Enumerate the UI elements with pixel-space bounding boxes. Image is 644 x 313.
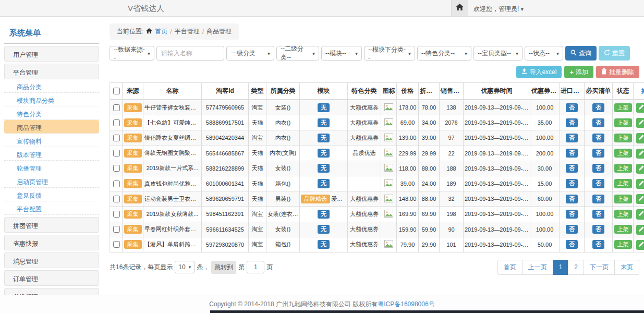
breadcrumb-home-link[interactable]: 首页 xyxy=(155,27,167,36)
must-buy-toggle[interactable]: 否 xyxy=(592,225,604,234)
name-search-input[interactable] xyxy=(156,46,224,61)
status-button[interactable]: 上架 xyxy=(614,149,632,158)
edit-button[interactable] xyxy=(636,240,644,250)
row-checkbox[interactable] xyxy=(113,241,120,248)
reset-button[interactable]: 重置 xyxy=(599,46,630,61)
row-checkbox[interactable] xyxy=(113,135,120,141)
module-none-button[interactable]: 无 xyxy=(318,134,330,142)
status-button[interactable]: 上架 xyxy=(614,103,632,112)
import-select-toggle[interactable]: 否 xyxy=(566,240,578,249)
edit-button[interactable] xyxy=(636,179,644,189)
pager-button[interactable]: 首页 xyxy=(497,260,523,275)
edit-button[interactable] xyxy=(636,103,644,113)
filter-select[interactable]: --模块--▾ xyxy=(321,46,362,61)
must-buy-toggle[interactable]: 否 xyxy=(592,164,604,173)
must-buy-toggle[interactable]: 否 xyxy=(592,134,604,142)
batch-delete-button[interactable]: 批量删除 xyxy=(596,66,639,78)
sidebar-item[interactable]: 意见反馈 xyxy=(4,188,99,201)
status-button[interactable]: 上架 xyxy=(614,210,632,219)
filter-select[interactable]: --数据来源--▾ xyxy=(110,46,154,61)
filter-select[interactable]: 一级分类▾ xyxy=(226,46,274,61)
must-buy-toggle[interactable]: 否 xyxy=(592,195,604,203)
import-select-toggle[interactable]: 否 xyxy=(566,103,578,112)
import-excel-button[interactable]: 导入excel xyxy=(516,66,562,78)
query-button[interactable]: 查询 xyxy=(565,46,597,61)
add-button[interactable]: + 添加 xyxy=(564,66,593,78)
status-button[interactable]: 上架 xyxy=(614,164,632,173)
sidebar-item[interactable]: 消息管理 xyxy=(4,252,99,268)
module-none-button[interactable]: 无 xyxy=(318,225,330,234)
sidebar-item[interactable]: 宣传物料 xyxy=(4,134,99,147)
pager-button[interactable]: 下一页 xyxy=(584,260,615,275)
filter-select[interactable]: --状态--▾ xyxy=(525,46,563,61)
row-checkbox[interactable] xyxy=(113,104,120,111)
user-menu[interactable]: 欢迎您，管理员! ▾ xyxy=(473,5,524,14)
status-button[interactable]: 上架 xyxy=(614,179,632,188)
sidebar-item[interactable]: 拼团管理 xyxy=(4,217,99,233)
import-select-toggle[interactable]: 否 xyxy=(566,134,578,142)
filter-select[interactable]: --模块下分类--▾ xyxy=(364,46,415,61)
must-buy-toggle[interactable]: 否 xyxy=(592,179,604,188)
pager-button[interactable]: 1 xyxy=(553,260,569,275)
sidebar-item[interactable]: 启动页管理 xyxy=(4,174,99,188)
import-select-toggle[interactable]: 否 xyxy=(566,149,578,158)
row-checkbox[interactable] xyxy=(113,226,120,233)
status-button[interactable]: 上架 xyxy=(614,195,632,203)
import-select-toggle[interactable]: 否 xyxy=(566,118,578,127)
edit-button[interactable] xyxy=(636,164,644,174)
module-none-button[interactable]: 无 xyxy=(318,179,330,188)
status-button[interactable]: 上架 xyxy=(614,134,632,142)
sidebar-item[interactable]: 商品管理 xyxy=(4,120,99,134)
module-none-button[interactable]: 无 xyxy=(318,164,330,173)
page-size-select[interactable]: 10 ▾ xyxy=(175,261,195,273)
sidebar-item[interactable]: 用户管理 xyxy=(4,46,99,62)
sidebar-item[interactable]: 商品分类 xyxy=(4,79,99,93)
sidebar-item[interactable]: 省惠快报 xyxy=(4,235,99,250)
sidebar-item[interactable]: 轮播管理 xyxy=(4,161,99,174)
sidebar-item[interactable]: 兑换管理 xyxy=(4,288,99,295)
icp-link[interactable]: 粤ICP备16098006号 xyxy=(378,300,434,309)
sidebar-item[interactable]: 版本管理 xyxy=(4,147,99,161)
pager-button[interactable]: 末页 xyxy=(614,260,639,275)
sidebar-item[interactable]: 订单管理 xyxy=(4,270,99,286)
edit-button[interactable] xyxy=(636,209,644,219)
sidebar-item[interactable]: 平台管理 xyxy=(4,64,99,79)
import-select-toggle[interactable]: 否 xyxy=(566,179,578,188)
import-select-toggle[interactable]: 否 xyxy=(566,225,578,234)
pager-button[interactable]: 2 xyxy=(568,260,584,275)
module-none-button[interactable]: 无 xyxy=(318,118,330,127)
filter-select[interactable]: --二级分类--▾ xyxy=(276,46,319,61)
page-number-input[interactable] xyxy=(247,261,264,273)
import-select-toggle[interactable]: 否 xyxy=(566,195,578,203)
pager-button[interactable]: 上一页 xyxy=(522,260,553,275)
must-buy-toggle[interactable]: 否 xyxy=(592,240,604,249)
must-buy-toggle[interactable]: 否 xyxy=(592,103,604,112)
must-buy-toggle[interactable]: 否 xyxy=(592,210,604,219)
module-none-button[interactable]: 无 xyxy=(318,149,330,158)
filter-select[interactable]: --宝贝类型--▾ xyxy=(473,46,523,61)
must-buy-toggle[interactable]: 否 xyxy=(592,149,604,158)
edit-button[interactable] xyxy=(636,225,644,235)
status-button[interactable]: 上架 xyxy=(614,225,632,234)
jump-button[interactable]: 跳转到 xyxy=(211,261,236,274)
status-button[interactable]: 上架 xyxy=(614,240,632,249)
status-button[interactable]: 上架 xyxy=(614,118,632,127)
must-buy-toggle[interactable]: 否 xyxy=(592,118,604,127)
sidebar-item[interactable]: 特色分类 xyxy=(4,106,99,120)
sidebar-item[interactable]: 平台配置 xyxy=(4,201,99,215)
module-none-button[interactable]: 无 xyxy=(318,240,330,249)
home-button[interactable] xyxy=(451,0,468,16)
row-checkbox[interactable] xyxy=(113,211,120,218)
select-all-checkbox[interactable] xyxy=(113,88,120,94)
import-select-toggle[interactable]: 否 xyxy=(566,164,578,173)
edit-button[interactable] xyxy=(636,194,644,204)
module-none-button[interactable]: 无 xyxy=(318,210,330,219)
row-checkbox[interactable] xyxy=(113,180,120,187)
edit-button[interactable] xyxy=(636,118,644,128)
edit-button[interactable] xyxy=(636,133,644,143)
row-checkbox[interactable] xyxy=(113,165,120,172)
row-checkbox[interactable] xyxy=(113,196,120,202)
import-select-toggle[interactable]: 否 xyxy=(566,210,578,219)
filter-select[interactable]: --特色分类--▾ xyxy=(417,46,471,61)
sidebar-item[interactable]: 模块商品分类 xyxy=(4,93,99,106)
